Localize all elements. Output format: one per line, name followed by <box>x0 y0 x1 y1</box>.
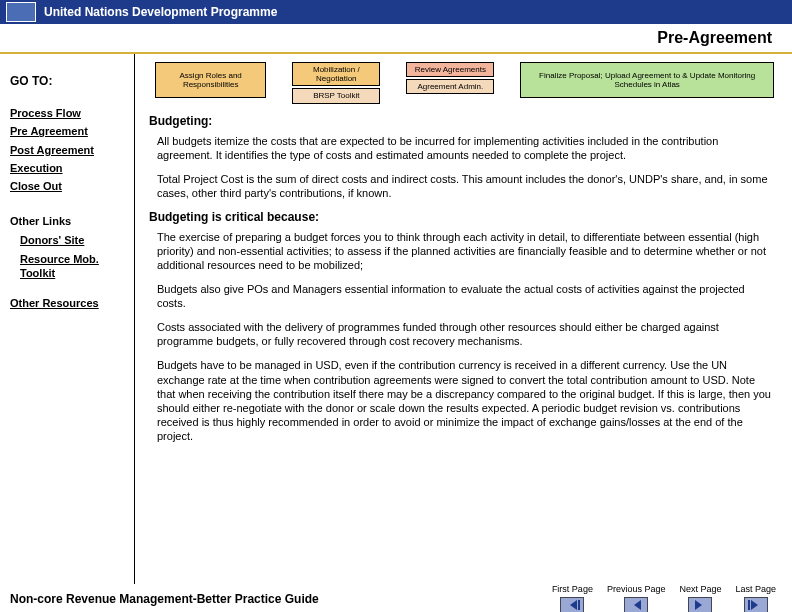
app-header: United Nations Development Programme <box>0 0 792 24</box>
flow-box-brsp[interactable]: BRSP Toolkit <box>292 88 380 103</box>
main-area: GO TO: Process Flow Pre Agreement Post A… <box>0 54 792 584</box>
para-2: Total Project Cost is the sum of direct … <box>157 172 774 200</box>
flow-box-mobilization[interactable]: Mobilization / Negotiation <box>292 62 380 86</box>
footer-doc-title: Non-core Revenue Management-Better Pract… <box>10 592 319 606</box>
goto-label: GO TO: <box>10 74 128 88</box>
para-3: The exercise of preparing a budget force… <box>157 230 774 272</box>
sidebar-link-execution[interactable]: Execution <box>10 161 128 175</box>
nav-first-label: First Page <box>552 585 593 594</box>
page-title: Pre-Agreement <box>657 29 792 47</box>
nav-last-label: Last Page <box>735 585 776 594</box>
nav-prev[interactable]: Previous Page <box>607 585 666 612</box>
subheading-critical: Budgeting is critical because: <box>149 210 774 224</box>
nav-next[interactable]: Next Page <box>679 585 721 612</box>
sidebar-link-other-resources[interactable]: Other Resources <box>10 296 128 310</box>
flow-box-agreement-admin[interactable]: Agreement Admin. <box>406 79 494 94</box>
para-1: All budgets itemize the costs that are e… <box>157 134 774 162</box>
prev-page-icon <box>624 597 648 612</box>
sidebar-link-post-agreement[interactable]: Post Agreement <box>10 143 128 157</box>
sidebar: GO TO: Process Flow Pre Agreement Post A… <box>0 54 135 584</box>
process-flow-row: Assign Roles and Responsibilities Mobili… <box>155 62 774 104</box>
first-page-icon <box>560 597 584 612</box>
nav-next-label: Next Page <box>679 585 721 594</box>
sublink-donors-site[interactable]: Donors' Site <box>20 233 128 247</box>
title-row: Pre-Agreement <box>0 24 792 54</box>
undp-logo <box>6 2 36 22</box>
flow-col-4: Finalize Proposal; Upload Agreement to &… <box>520 62 774 104</box>
next-page-icon <box>688 597 712 612</box>
other-links-label: Other Links <box>10 215 128 227</box>
flow-col-3: Review Agreements Agreement Admin. <box>406 62 494 104</box>
org-name: United Nations Development Programme <box>44 5 277 19</box>
flow-box-review-agreements[interactable]: Review Agreements <box>406 62 494 77</box>
sidebar-link-process-flow[interactable]: Process Flow <box>10 106 128 120</box>
para-6: Budgets have to be managed in USD, even … <box>157 358 774 442</box>
para-5: Costs associated with the delivery of pr… <box>157 320 774 348</box>
flow-box-finalize[interactable]: Finalize Proposal; Upload Agreement to &… <box>520 62 774 98</box>
nav-prev-label: Previous Page <box>607 585 666 594</box>
footer: Non-core Revenue Management-Better Pract… <box>0 584 792 612</box>
page-nav: First Page Previous Page Next Page Last … <box>552 585 776 612</box>
sidebar-link-pre-agreement[interactable]: Pre Agreement <box>10 124 128 138</box>
flow-box-assign-roles[interactable]: Assign Roles and Responsibilities <box>155 62 266 98</box>
nav-first[interactable]: First Page <box>552 585 593 612</box>
sidebar-link-close-out[interactable]: Close Out <box>10 179 128 193</box>
heading-budgeting: Budgeting: <box>149 114 774 128</box>
nav-last[interactable]: Last Page <box>735 585 776 612</box>
flow-col-2: Mobilization / Negotiation BRSP Toolkit <box>292 62 380 104</box>
sublink-resource-mob-toolkit[interactable]: Resource Mob. Toolkit <box>20 252 128 281</box>
last-page-icon <box>744 597 768 612</box>
flow-col-1: Assign Roles and Responsibilities <box>155 62 266 104</box>
content-area: Assign Roles and Responsibilities Mobili… <box>135 54 792 584</box>
para-4: Budgets also give POs and Managers essen… <box>157 282 774 310</box>
